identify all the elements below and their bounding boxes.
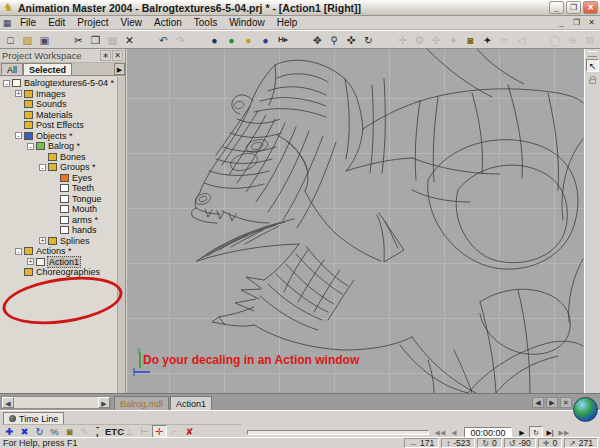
- tree-item-posteffects[interactable]: Post Effects: [0, 120, 118, 131]
- tree-item-project[interactable]: - Balrogtextures6-5-04 *: [0, 78, 118, 89]
- document-tab-strip: ◀ ▶ Balrog.mdlAction1 ◀▶✕: [0, 393, 600, 410]
- tree-expander[interactable]: -: [39, 164, 46, 171]
- tab-close-button[interactable]: ✕: [560, 397, 572, 408]
- menu-item[interactable]: Tools: [188, 17, 223, 29]
- library-film-button[interactable]: H▸: [274, 32, 292, 48]
- copy-button[interactable]: ❐: [87, 32, 104, 48]
- pin-button[interactable]: ∗: [100, 50, 111, 61]
- tree-item-label: Tongue: [71, 194, 103, 204]
- paste-button[interactable]: ▦: [104, 32, 121, 48]
- tree-vertical-scrollbar[interactable]: [117, 77, 125, 393]
- delete-button[interactable]: ✕: [121, 32, 138, 48]
- library-action-button[interactable]: ●: [223, 32, 240, 48]
- tree-item-eyes[interactable]: Eyes: [0, 173, 118, 184]
- workspace-close-button[interactable]: ✕: [112, 50, 123, 61]
- arrow-tool-button[interactable]: ↖: [586, 59, 599, 72]
- tree-expander[interactable]: +: [27, 258, 34, 265]
- tree-expander[interactable]: +: [15, 90, 22, 97]
- menu-item[interactable]: Edit: [42, 17, 71, 29]
- restore-button[interactable]: ❐: [566, 1, 581, 14]
- tree-item-sounds[interactable]: Sounds: [0, 99, 118, 110]
- pan-button[interactable]: ✥: [309, 32, 326, 48]
- turn-view-button[interactable]: ↻: [360, 32, 377, 48]
- tab-scroll-right-button[interactable]: ▶: [546, 397, 558, 408]
- project-workspace-panel: Project Workspace ∗ ✕ AllSelected ▶ - Ba…: [0, 49, 126, 393]
- tree-item-hands[interactable]: hands: [0, 225, 118, 236]
- mdi-minimize-button[interactable]: _: [555, 18, 568, 29]
- menu-item[interactable]: Window: [223, 17, 271, 29]
- tree-item-groups[interactable]: - Groups *: [0, 162, 118, 173]
- mirror-mode-button[interactable]: ✦: [445, 32, 462, 48]
- doc-tab-balrog[interactable]: Balrog.mdl: [114, 396, 169, 411]
- timeline-tab-icon: [9, 415, 16, 422]
- tree-horizontal-scrollbar[interactable]: ◀ ▶: [1, 396, 111, 409]
- workspace-tab[interactable]: Selected: [23, 63, 72, 75]
- tree-item-arms[interactable]: arms *: [0, 215, 118, 226]
- tree-item-choreographies[interactable]: Choreographies: [0, 267, 118, 278]
- translate-tool-button[interactable]: ⊕: [564, 32, 581, 48]
- menu-item[interactable]: View: [114, 17, 148, 29]
- status-field-icon: ↺: [509, 439, 516, 448]
- open-button[interactable]: ▨: [19, 32, 36, 48]
- library-object-button[interactable]: ●: [257, 32, 274, 48]
- scale-tool-button[interactable]: ⊠: [581, 32, 598, 48]
- tree-item-mouth[interactable]: Mouth: [0, 204, 118, 215]
- menu-item[interactable]: Action: [148, 17, 188, 29]
- timeline-tab[interactable]: Time Line: [3, 412, 64, 424]
- status-zoom: ↗ 271: [564, 438, 598, 448]
- tree-expander[interactable]: +: [39, 237, 46, 244]
- undo-button[interactable]: ↶: [155, 32, 172, 48]
- bind-button[interactable]: ◙: [462, 32, 479, 48]
- tree-item-materials[interactable]: Materials: [0, 110, 118, 121]
- toolbar-grip[interactable]: [588, 51, 597, 57]
- menu-item[interactable]: Help: [271, 17, 304, 29]
- mdi-restore-button[interactable]: ❐: [570, 18, 583, 29]
- workspace-header: Project Workspace ∗ ✕: [0, 49, 125, 63]
- tree-expander[interactable]: -: [15, 248, 22, 255]
- library-model-button[interactable]: ●: [206, 32, 223, 48]
- sound-button[interactable]: ◁: [513, 32, 530, 48]
- tree-expander[interactable]: -: [27, 143, 34, 150]
- rotate-tool-button[interactable]: ◯: [547, 32, 564, 48]
- rotate-manip-button[interactable]: ❂: [411, 32, 428, 48]
- scroll-left-arrow[interactable]: ◀: [2, 397, 14, 408]
- tree-item-bones[interactable]: Bones: [0, 152, 118, 163]
- tree-item-balrog[interactable]: - Balrog *: [0, 141, 118, 152]
- tree-expander[interactable]: -: [3, 80, 10, 87]
- minimize-button[interactable]: _: [549, 1, 564, 14]
- tab-scroll-left-button[interactable]: ◀: [532, 397, 544, 408]
- workspace-tab[interactable]: All: [1, 63, 23, 75]
- tree-item-label: Sounds: [35, 99, 68, 109]
- tree-item-action1[interactable]: + Action1: [0, 257, 118, 268]
- tree-item-teeth[interactable]: Teeth: [0, 183, 118, 194]
- close-button[interactable]: ✕: [583, 1, 598, 14]
- cut-button[interactable]: ✂: [70, 32, 87, 48]
- scrollbar-track[interactable]: [14, 397, 98, 408]
- library-material-button[interactable]: ●: [240, 32, 257, 48]
- tree-item-splines[interactable]: + Splines: [0, 236, 118, 247]
- menu-item[interactable]: File: [14, 17, 42, 29]
- action-viewport[interactable]: y Do your decaling in an Action window: [127, 49, 584, 393]
- frame-slider[interactable]: [247, 430, 429, 435]
- save-button[interactable]: ▣: [36, 32, 53, 48]
- redo-button[interactable]: ↷: [172, 32, 189, 48]
- status-field-icon: ↗: [569, 439, 576, 448]
- move-view-button[interactable]: ✜: [343, 32, 360, 48]
- tree-item-objects[interactable]: - Objects *: [0, 131, 118, 142]
- tree-expander[interactable]: -: [15, 132, 22, 139]
- scale-manip-button[interactable]: ✢: [428, 32, 445, 48]
- mdi-close-button[interactable]: ✕: [585, 18, 598, 29]
- axis-y-label: y: [137, 346, 141, 354]
- skeletal-mode-button[interactable]: ✦: [479, 32, 496, 48]
- doc-tab-action1[interactable]: Action1: [170, 396, 212, 411]
- menu-item[interactable]: Project: [71, 17, 114, 29]
- zoom-button[interactable]: ⚲: [326, 32, 343, 48]
- lock-button[interactable]: [586, 73, 599, 86]
- tree-item-images[interactable]: + Images: [0, 89, 118, 100]
- tree-item-tongue[interactable]: Tongue: [0, 194, 118, 205]
- new-button[interactable]: □: [2, 32, 19, 48]
- muscle-mode-button[interactable]: ≈: [496, 32, 513, 48]
- scroll-right-arrow[interactable]: ▶: [98, 397, 110, 408]
- workspace-tab-arrow-button[interactable]: ▶: [114, 63, 125, 75]
- bone-mode-button[interactable]: ✛: [394, 32, 411, 48]
